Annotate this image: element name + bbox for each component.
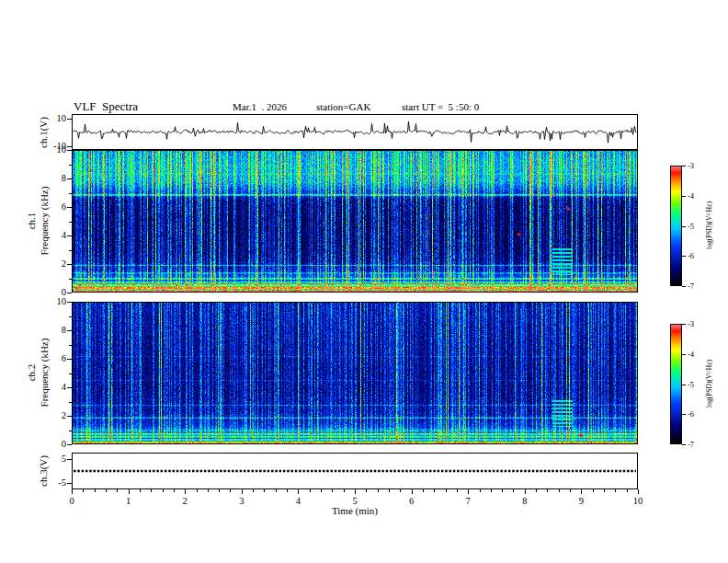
colorbar-tick (682, 256, 686, 257)
y-axis-minor-tick (69, 316, 72, 317)
y-axis-tick-label: 8 (44, 174, 66, 183)
ch1-waveform-canvas (73, 115, 637, 149)
x-axis-minor-tick (615, 489, 616, 492)
ch2-spectrogram-canvas (73, 303, 637, 443)
ch1-spectrogram-canvas (73, 151, 637, 292)
x-axis-minor-tick (570, 489, 571, 492)
x-axis-minor-tick (117, 489, 118, 492)
y-axis-tick (67, 459, 72, 460)
x-axis-minor-tick (174, 489, 175, 492)
y-axis-tick (67, 359, 72, 360)
x-axis-tick-label: 7 (457, 496, 479, 506)
x-axis-minor-tick (593, 489, 594, 492)
colorbar-tick (682, 286, 686, 287)
colorbar-tick-label: -6 (688, 410, 694, 419)
y-axis-tick (67, 146, 72, 147)
colorbar-tick (682, 166, 686, 167)
y-axis-tick (67, 444, 72, 445)
x-axis-minor-tick (344, 489, 345, 492)
colorbar-tick (682, 196, 686, 197)
x-axis-tick-label: 6 (401, 496, 423, 506)
y-axis-tick (67, 264, 72, 265)
spec1-channel-label: ch.1 (26, 213, 37, 230)
station-label: station=GAK (316, 101, 370, 112)
x-axis-minor-tick (163, 489, 164, 492)
y-axis-tick-label: 6 (44, 354, 66, 363)
x-axis-minor-tick (627, 489, 628, 492)
x-axis-tick-label: 2 (174, 496, 196, 506)
x-axis-minor-tick (389, 489, 390, 492)
spec2-frequency-axis-label: Frequency (kHz) (39, 339, 50, 408)
ch2-colorbar (670, 324, 682, 444)
x-axis-minor-tick (491, 489, 492, 492)
ch1-colorbar (670, 166, 682, 286)
x-axis-tick-label: 0 (61, 496, 83, 506)
x-axis-tick-label: 3 (231, 496, 253, 506)
x-axis-minor-tick (106, 489, 107, 492)
x-axis-tick (242, 489, 243, 494)
ch1-colorbar-label: log(PSD)(V²/Hz) (705, 201, 713, 249)
colorbar-tick-label: -4 (688, 192, 694, 201)
x-axis-tick (185, 489, 186, 494)
x-axis-minor-tick (332, 489, 333, 492)
y-axis-tick-label: 4 (44, 383, 66, 392)
ch1-colorbar-canvas (671, 167, 681, 285)
colorbar-tick-label: -5 (688, 381, 694, 389)
ch2-spectrogram-panel (72, 302, 638, 444)
spec1-frequency-axis-label: Frequency (kHz) (39, 187, 50, 256)
x-axis-tick-label: 9 (570, 496, 592, 506)
x-axis-tick-label: 1 (118, 496, 140, 506)
y-axis-minor-tick (69, 193, 72, 194)
x-axis-tick-label: 5 (344, 496, 366, 506)
y-axis-tick (67, 387, 72, 388)
x-axis-tick (298, 489, 299, 494)
colorbar-tick (682, 226, 686, 227)
y-axis-tick-label: 2 (44, 259, 66, 269)
y-axis-tick (67, 207, 72, 208)
x-axis-tick (468, 489, 469, 494)
colorbar-tick (682, 385, 686, 385)
time-axis-label: Time (min) (72, 505, 638, 516)
x-axis-tick (638, 489, 639, 494)
y-axis-tick-label: 8 (44, 326, 66, 335)
y-axis-tick-label: 2 (44, 411, 66, 420)
x-axis-tick-label: 8 (514, 496, 536, 506)
y-axis-tick (67, 178, 72, 179)
y-axis-tick-label: 0 (44, 440, 66, 449)
colorbar-tick-label: -3 (688, 162, 694, 170)
x-axis-minor-tick (480, 489, 481, 492)
y-axis-tick-label: 5 (44, 454, 66, 464)
x-axis-minor-tick (547, 489, 548, 492)
x-axis-tick (355, 489, 356, 494)
y-axis-tick (67, 236, 72, 236)
start-ut-label: start UT = 5 :50: 0 (402, 101, 479, 112)
x-axis-minor-tick (151, 489, 152, 492)
y-axis-tick (67, 293, 72, 293)
colorbar-tick-label: -5 (688, 223, 694, 231)
colorbar-tick (682, 444, 686, 445)
y-axis-minor-tick (69, 345, 72, 346)
colorbar-tick-label: -4 (688, 350, 694, 359)
x-axis-minor-tick (140, 489, 141, 492)
vlf-spectra-figure: VLF Spectra Mar.1 . 2026 station=GAK sta… (0, 0, 728, 563)
x-axis-minor-tick (434, 489, 435, 492)
x-axis-minor-tick (423, 489, 424, 492)
y-axis-tick-label: -10 (44, 142, 66, 151)
colorbar-tick (682, 324, 686, 325)
y-axis-tick (67, 150, 72, 151)
x-axis-minor-tick (310, 489, 311, 492)
ch1-spectrogram-panel (72, 150, 638, 293)
y-axis-tick (67, 483, 72, 484)
y-axis-tick (67, 302, 72, 303)
y-axis-minor-tick (69, 222, 72, 223)
y-axis-minor-tick (69, 279, 72, 280)
x-axis-minor-tick (457, 489, 458, 492)
x-axis-minor-tick (366, 489, 367, 492)
x-axis-minor-tick (378, 489, 379, 492)
colorbar-tick-label: -6 (688, 252, 694, 260)
y-axis-minor-tick (69, 402, 72, 403)
x-axis-tick (581, 489, 582, 494)
y-axis-minor-tick (69, 431, 72, 431)
x-axis-minor-tick (321, 489, 322, 492)
colorbar-tick-label: -7 (688, 282, 694, 291)
